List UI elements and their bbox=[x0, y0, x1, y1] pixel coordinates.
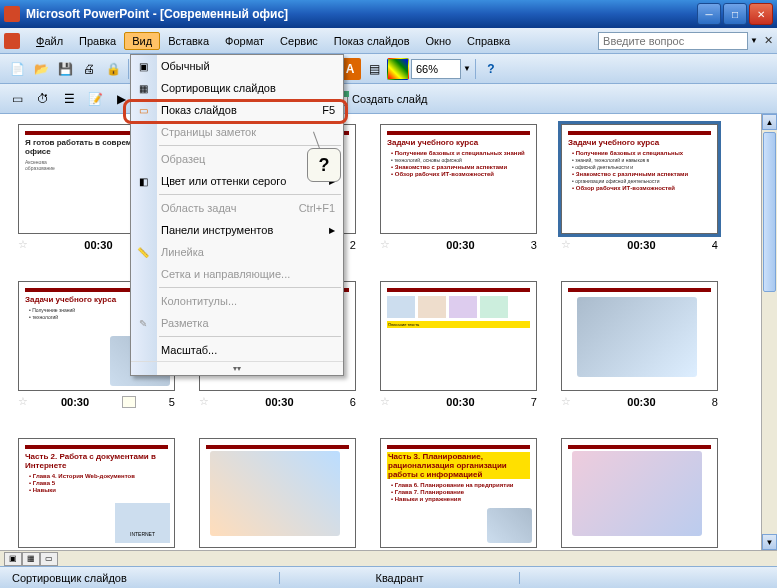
menu-grid[interactable]: Сетка и направляющие... bbox=[131, 263, 343, 285]
slide-thumb[interactable]: Задачи учебного курсаПолучение базовых и… bbox=[561, 124, 718, 251]
menu-slide-sorter[interactable]: ▦Сортировщик слайдов bbox=[131, 77, 343, 99]
menu-slideshow[interactable]: ▭Показ слайдовF5 bbox=[131, 99, 343, 121]
menu-tools[interactable]: Сервис bbox=[272, 32, 326, 50]
normal-view-button[interactable]: ▣ bbox=[4, 552, 22, 566]
slide-thumb[interactable]: ☆00:308 bbox=[561, 281, 718, 408]
status-view: Сортировщик слайдов bbox=[0, 572, 280, 584]
slide-thumb[interactable]: Задачи учебного курсаПолучение базовых и… bbox=[380, 124, 537, 251]
menu-insert[interactable]: Вставка bbox=[160, 32, 217, 50]
animation-icon bbox=[122, 396, 136, 408]
scroll-down-icon[interactable]: ▼ bbox=[762, 534, 777, 550]
standard-toolbar: 📄 📂 💾 🖨 🔒 ✂ 📋 📄 🖌 ↶ ↷ 📊 ▦ A ▤ 66% ▼ ? bbox=[0, 54, 777, 84]
star-icon: ☆ bbox=[380, 238, 390, 251]
menubar: Файл Правка Вид Вставка Формат Сервис По… bbox=[0, 28, 777, 54]
menu-file[interactable]: Файл bbox=[28, 32, 71, 50]
menu-markup[interactable]: ✎Разметка bbox=[131, 312, 343, 334]
slide-thumb[interactable]: Часть 2. Работа с документами в Интернет… bbox=[18, 438, 175, 548]
slide-thumb[interactable] bbox=[199, 438, 356, 548]
slide-sorter-pane[interactable]: Я готов работать в современном офисеАксе… bbox=[0, 114, 761, 550]
menu-slideshow[interactable]: Показ слайдов bbox=[326, 32, 418, 50]
scroll-thumb[interactable] bbox=[763, 132, 776, 292]
new-icon[interactable]: 📄 bbox=[6, 58, 28, 80]
rehearse-icon[interactable]: ⏱ bbox=[32, 88, 54, 110]
menu-edit[interactable]: Правка bbox=[71, 32, 124, 50]
menu-format[interactable]: Формат bbox=[217, 32, 272, 50]
transition-icon[interactable]: ▶ bbox=[110, 88, 132, 110]
menu-ruler[interactable]: 📏Линейка bbox=[131, 241, 343, 263]
vertical-scrollbar[interactable]: ▲ ▼ bbox=[761, 114, 777, 550]
design-icon[interactable]: ▤ bbox=[363, 58, 385, 80]
close-button[interactable]: ✕ bbox=[749, 3, 773, 25]
slideshow-view-button[interactable]: ▭ bbox=[40, 552, 58, 566]
titlebar: Microsoft PowerPoint - [Современный офис… bbox=[0, 0, 777, 28]
maximize-button[interactable]: □ bbox=[723, 3, 747, 25]
print-icon[interactable]: 🖨 bbox=[78, 58, 100, 80]
status-design: Квадрант bbox=[280, 572, 520, 584]
star-icon: ☆ bbox=[561, 238, 571, 251]
dropdown-arrow-icon[interactable]: ▼ bbox=[750, 36, 758, 45]
menu-headers[interactable]: Колонтитулы... bbox=[131, 290, 343, 312]
star-icon: ☆ bbox=[18, 238, 28, 251]
minimize-button[interactable]: ─ bbox=[697, 3, 721, 25]
slide-sorter-toolbar: ▭ ⏱ ☰ 📝 ▶ 🎨 Создать слайд bbox=[0, 84, 777, 114]
slide-thumb[interactable]: Часть 3. Планирование, рационализация ор… bbox=[380, 438, 537, 548]
star-icon: ☆ bbox=[199, 395, 209, 408]
star-icon: ☆ bbox=[380, 395, 390, 408]
help-icon[interactable]: ? bbox=[480, 58, 502, 80]
hide-slide-icon[interactable]: ▭ bbox=[6, 88, 28, 110]
star-icon: ☆ bbox=[561, 395, 571, 408]
star-icon: ☆ bbox=[18, 395, 28, 408]
annotation-callout: ? bbox=[307, 148, 341, 182]
document-icon[interactable] bbox=[4, 33, 20, 49]
normal-view-icon: ▣ bbox=[135, 58, 151, 74]
doc-close-button[interactable]: ✕ bbox=[764, 34, 773, 47]
menu-view[interactable]: Вид bbox=[124, 32, 160, 50]
slide-thumb[interactable] bbox=[561, 438, 718, 548]
slide-thumb[interactable]: Описание текста ☆00:307 bbox=[380, 281, 537, 408]
menu-expand-icon[interactable]: ▾▾ bbox=[131, 361, 343, 375]
menu-window[interactable]: Окно bbox=[418, 32, 460, 50]
zoom-dropdown-icon[interactable]: ▼ bbox=[463, 64, 471, 73]
menu-help[interactable]: Справка bbox=[459, 32, 518, 50]
slideshow-icon: ▭ bbox=[135, 102, 151, 118]
window-title: Microsoft PowerPoint - [Современный офис… bbox=[26, 7, 697, 21]
open-icon[interactable]: 📂 bbox=[30, 58, 52, 80]
permission-icon[interactable]: 🔒 bbox=[102, 58, 124, 80]
sorter-icon: ▦ bbox=[135, 80, 151, 96]
menu-normal-view[interactable]: ▣Обычный bbox=[131, 55, 343, 77]
ruler-icon: 📏 bbox=[135, 244, 151, 260]
summary-icon[interactable]: ☰ bbox=[58, 88, 80, 110]
statusbar: Сортировщик слайдов Квадрант bbox=[0, 566, 777, 588]
zoom-combo[interactable]: 66% bbox=[411, 59, 461, 79]
menu-zoom[interactable]: Масштаб... bbox=[131, 339, 343, 361]
view-menu-dropdown: ▣Обычный ▦Сортировщик слайдов ▭Показ сла… bbox=[130, 54, 344, 376]
scroll-up-icon[interactable]: ▲ bbox=[762, 114, 777, 130]
menu-taskpane[interactable]: Область задачCtrl+F1 bbox=[131, 197, 343, 219]
save-icon[interactable]: 💾 bbox=[54, 58, 76, 80]
color-icon[interactable] bbox=[387, 58, 409, 80]
color-icon: ◧ bbox=[135, 173, 151, 189]
sorter-view-button[interactable]: ▦ bbox=[22, 552, 40, 566]
menu-toolbars[interactable]: Панели инструментов▶ bbox=[131, 219, 343, 241]
notes-icon[interactable]: 📝 bbox=[84, 88, 106, 110]
markup-icon: ✎ bbox=[135, 315, 151, 331]
ask-question-input[interactable] bbox=[598, 32, 748, 50]
app-icon bbox=[4, 6, 20, 22]
menu-notes-pages[interactable]: Страницы заметок bbox=[131, 121, 343, 143]
view-buttons-bar: ▣ ▦ ▭ bbox=[0, 550, 777, 566]
